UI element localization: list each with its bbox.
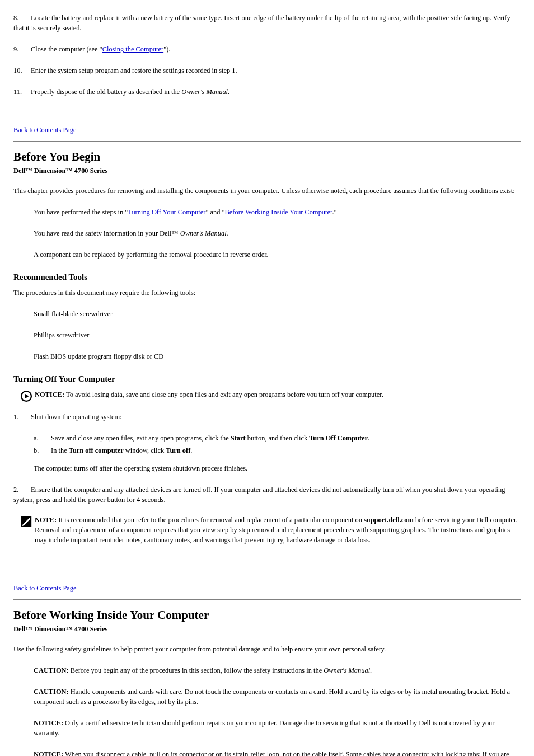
notice-callout: NOTICE: To avoid losing data, save and c… <box>13 390 521 402</box>
shutdown-tail: The computer turns off after the operati… <box>34 464 521 474</box>
notice-label: NOTICE: <box>35 391 66 398</box>
note-label: NOTE: <box>35 516 58 524</box>
step-number: 10. <box>13 66 29 76</box>
intro-paragraph: This chapter provides procedures for rem… <box>13 186 521 196</box>
substep-a: a. Save and close any open files, exit a… <box>34 434 521 444</box>
notice-2: NOTICE: Only a certified service technic… <box>34 719 521 739</box>
step-text: Ensure that the computer and any attache… <box>13 486 505 504</box>
step-text: Properly dispose of the old battery as d… <box>31 88 229 96</box>
step-number: 2. <box>13 485 29 495</box>
step-8: 8. Locate the battery and replace it wit… <box>13 13 521 34</box>
divider <box>13 599 521 600</box>
bullet-2: You have read the safety information in … <box>34 229 521 239</box>
divider <box>13 141 521 142</box>
step-number: 11. <box>13 87 29 97</box>
before-working-heading: Before Working Inside Your Computer <box>13 607 521 623</box>
step-number: 1. <box>13 412 29 422</box>
note-text: It is recommended that you refer to the … <box>35 516 518 544</box>
step-number: 8. <box>13 13 29 24</box>
step-text: Shut down the operating system: <box>31 413 121 421</box>
tool-3: Flash BIOS update program floppy disk or… <box>34 352 521 362</box>
safety-intro: Use the following safety guidelines to h… <box>13 645 521 655</box>
notice-text: To avoid losing data, save and close any… <box>66 391 383 398</box>
note-callout: NOTE: It is recommended that you refer t… <box>13 515 521 546</box>
turning-off-link[interactable]: Turning Off Your Computer <box>128 208 205 216</box>
recommended-tools-heading: Recommended Tools <box>13 271 521 284</box>
shutdown-step-2: 2. Ensure that the computer and any atta… <box>13 485 521 505</box>
before-working-link[interactable]: Before Working Inside Your Computer <box>225 208 332 216</box>
before-you-begin-heading: Before You Begin <box>13 148 521 165</box>
caution-2: CAUTION: Handle components and cards wit… <box>34 687 521 707</box>
back-to-contents-link-2[interactable]: Back to Contents Page <box>13 584 77 592</box>
step-10: 10. Enter the system setup program and r… <box>13 66 521 76</box>
step-text: Enter the system setup program and resto… <box>31 67 237 74</box>
notice-3: NOTICE: When you disconnect a cable, pul… <box>34 750 521 756</box>
step-9: 9. Close the computer (see "Closing the … <box>13 45 521 55</box>
product-line: Dell™ Dimension™ 4700 Series <box>13 624 521 635</box>
back-to-contents-link[interactable]: Back to Contents Page <box>13 126 77 134</box>
closing-computer-link[interactable]: Closing the Computer <box>102 45 163 53</box>
tool-2: Phillips screwdriver <box>34 331 521 341</box>
step-11: 11. Properly dispose of the old battery … <box>13 87 521 97</box>
shutdown-step-1: 1. Shut down the operating system: <box>13 412 521 422</box>
bullet-1: You have performed the steps in "Turning… <box>34 208 521 218</box>
caution-1: CAUTION: Before you begin any of the pro… <box>34 666 521 676</box>
notice-icon <box>20 390 32 402</box>
turning-off-heading: Turning Off Your Computer <box>13 373 521 386</box>
product-line: Dell™ Dimension™ 4700 Series <box>13 166 521 176</box>
bullet-3: A component can be replaced by performin… <box>34 250 521 260</box>
substep-b: b. In the Turn off computer window, clic… <box>34 446 521 456</box>
step-text: Close the computer (see "Closing the Com… <box>31 45 170 53</box>
tool-1: Small flat-blade screwdriver <box>34 309 521 320</box>
note-icon <box>20 515 32 528</box>
step-number: 9. <box>13 45 29 55</box>
step-text: Locate the battery and replace it with a… <box>13 14 510 32</box>
tools-intro: The procedures in this document may requ… <box>13 288 521 298</box>
